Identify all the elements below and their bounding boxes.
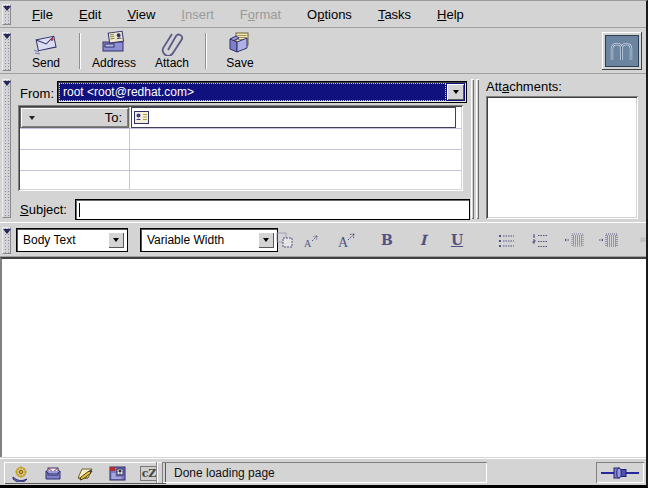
recipient-type-button[interactable]: To: [20, 107, 129, 128]
font-select[interactable]: Variable Width [140, 228, 278, 252]
attach-label: Attach [155, 56, 189, 70]
address-book-icon[interactable] [106, 464, 128, 482]
chevron-down-icon [113, 238, 119, 242]
menu-bar: File Edit View Insert Format Options Tas… [0, 1, 648, 28]
mozilla-logo-button[interactable] [602, 32, 642, 70]
recipient-input[interactable] [131, 107, 456, 128]
format-toolbar: Body Text Variable Width A A B I [0, 222, 648, 257]
clipped-format-button[interactable] [640, 228, 648, 252]
outdent-icon [563, 232, 585, 248]
component-bar: cZ [4, 462, 166, 484]
menu-help[interactable]: Help [424, 3, 477, 26]
numbered-list-icon [531, 232, 551, 248]
mozilla-m-icon [608, 39, 636, 63]
splitter-bar [476, 79, 479, 219]
envelope-grippy[interactable] [2, 79, 11, 218]
status-message-panel: Done loading page [162, 462, 487, 483]
send-envelope-icon [32, 30, 60, 56]
subject-label: Subject: [20, 202, 67, 217]
bold-button[interactable]: B [374, 228, 400, 252]
font-value: Variable Width [147, 233, 224, 247]
save-button[interactable]: Save [211, 30, 269, 72]
toolbar-grippy[interactable] [2, 32, 11, 71]
splitter-bar [471, 79, 474, 219]
large-a-arrow-icon: A [336, 231, 358, 249]
row-divider [20, 128, 461, 129]
statusbar-separator [156, 462, 158, 483]
composer-icon[interactable] [74, 464, 96, 482]
chevron-down-icon [263, 238, 269, 242]
menu-options[interactable]: Options [294, 3, 365, 26]
decrease-font-size-button[interactable]: A [298, 228, 324, 252]
row-divider [20, 149, 461, 150]
online-status-panel[interactable] [596, 462, 644, 483]
send-label: Send [32, 56, 60, 70]
clipped-icon [640, 232, 648, 248]
text-caret [79, 203, 80, 217]
underline-button[interactable]: U [444, 228, 470, 252]
bulleted-list-icon [497, 232, 517, 248]
address-button[interactable]: Address [85, 30, 143, 72]
format-toolbar-grippy[interactable] [2, 227, 11, 254]
menu-insert: Insert [168, 3, 227, 26]
save-folder-icon [226, 30, 254, 56]
menu-format: Format [227, 3, 294, 26]
paragraph-style-select[interactable]: Body Text [16, 228, 128, 252]
chevron-down-icon [453, 90, 459, 94]
svg-text:A: A [338, 235, 349, 249]
attachments-label: Attachments: [486, 79, 562, 94]
paperclip-icon [160, 30, 184, 56]
attach-button[interactable]: Attach [143, 30, 201, 72]
menu-tasks[interactable]: Tasks [365, 3, 424, 26]
navigator-icon[interactable] [10, 464, 32, 482]
italic-button[interactable]: I [410, 228, 436, 252]
attachments-listbox[interactable] [486, 96, 638, 219]
column-divider [129, 107, 130, 189]
recipient-type-label: To: [35, 110, 128, 125]
main-toolbar: Send Address [0, 29, 648, 74]
focus-ring [60, 84, 445, 100]
indent-button[interactable] [595, 228, 621, 252]
attachments-splitter[interactable] [471, 79, 482, 219]
toolbar-separator [205, 33, 207, 69]
numbered-list-button[interactable] [528, 228, 554, 252]
paragraph-style-dropdown-button[interactable] [108, 232, 124, 248]
compose-window: File Edit View Insert Format Options Tas… [0, 0, 648, 488]
address-card-icon [134, 111, 149, 124]
address-book-icon [99, 30, 129, 56]
online-plug-icon [600, 466, 640, 480]
menu-view[interactable]: View [114, 3, 168, 26]
from-dropdown-button[interactable] [447, 84, 464, 100]
status-text: Done loading page [174, 466, 275, 480]
subject-input[interactable] [75, 199, 470, 220]
from-identity-select[interactable]: root <root@redhat.com> [57, 81, 467, 103]
toolbar-separator [79, 33, 81, 69]
row-divider [20, 170, 461, 171]
underline-icon: U [451, 232, 463, 248]
small-a-arrow-icon: A [301, 231, 321, 249]
status-bar: cZ Done loading page [0, 458, 648, 486]
message-body-editor[interactable] [0, 257, 648, 457]
send-button[interactable]: Send [17, 30, 75, 72]
menu-edit[interactable]: Edit [66, 3, 114, 26]
outdent-button[interactable] [561, 228, 587, 252]
save-label: Save [226, 56, 253, 70]
envelope-area: From: root <root@redhat.com> To: [0, 74, 648, 222]
color-swatch-icon [275, 231, 295, 249]
indent-icon [597, 232, 619, 248]
from-label: From: [14, 86, 54, 101]
svg-text:A: A [304, 238, 312, 249]
increase-font-size-button[interactable]: A [334, 228, 360, 252]
paragraph-style-value: Body Text [23, 233, 75, 247]
text-color-button[interactable] [272, 228, 298, 252]
menubar-grippy[interactable] [2, 4, 11, 25]
italic-icon: I [420, 232, 427, 248]
addressing-table: To: [18, 105, 463, 191]
address-label: Address [92, 56, 136, 70]
mail-icon[interactable] [42, 464, 64, 482]
menu-file[interactable]: File [19, 3, 66, 26]
bold-icon: B [381, 232, 393, 248]
bulleted-list-button[interactable] [494, 228, 520, 252]
